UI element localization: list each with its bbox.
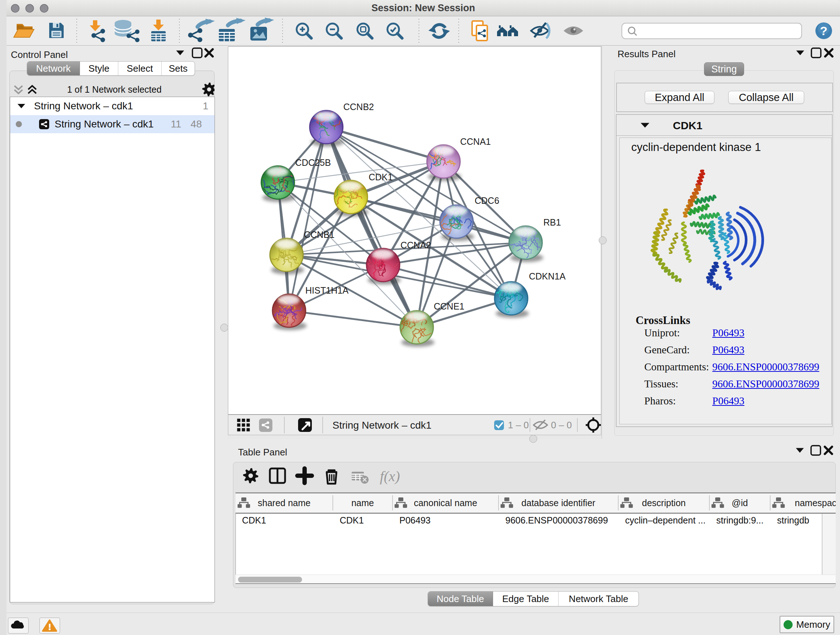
svg-text:CCNA1: CCNA1	[460, 136, 491, 147]
svg-text:CCNA2: CCNA2	[401, 240, 431, 250]
svg-text:?: ?	[820, 24, 828, 38]
svg-text:HIST1H1A: HIST1H1A	[305, 285, 349, 295]
svg-text:shared name: shared name	[258, 498, 311, 508]
svg-text:1 – 0: 1 – 0	[508, 420, 529, 431]
svg-text:CDK1: CDK1	[369, 172, 393, 182]
svg-text:@id: @id	[732, 498, 748, 508]
svg-text:CDKN1A: CDKN1A	[529, 271, 566, 281]
svg-text:f(x): f(x)	[380, 468, 400, 485]
svg-text:CDC25B: CDC25B	[295, 157, 331, 168]
svg-text:RB1: RB1	[543, 217, 561, 227]
svg-text:CCNE1: CCNE1	[434, 301, 464, 311]
svg-text:CCNB1: CCNB1	[304, 230, 335, 240]
svg-text:CDK1: CDK1	[673, 119, 703, 131]
svg-text:CCNB2: CCNB2	[343, 102, 374, 112]
svg-text:name: name	[351, 498, 374, 508]
svg-text:0 – 0: 0 – 0	[551, 420, 572, 431]
svg-text:database identifier: database identifier	[521, 498, 595, 508]
svg-text:CDC6: CDC6	[475, 195, 499, 206]
svg-text:1 of 1 Network selected: 1 of 1 Network selected	[67, 84, 161, 95]
svg-text:description: description	[642, 498, 686, 508]
svg-text:String Network – cdk1: String Network – cdk1	[332, 420, 431, 431]
svg-text:canonical name: canonical name	[414, 498, 477, 508]
svg-text:namespace: namespace	[795, 498, 836, 508]
